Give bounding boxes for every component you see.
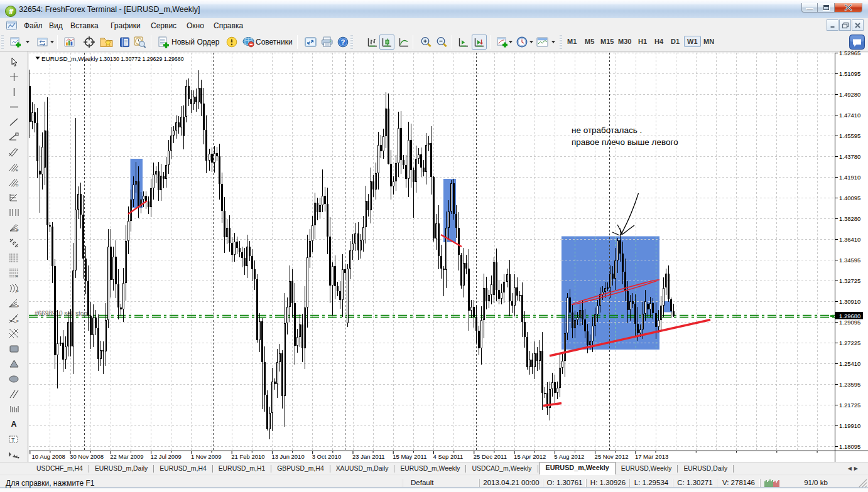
svg-text:15 Apr 2012: 15 Apr 2012	[514, 453, 546, 460]
svg-text:23 Jan 2011: 23 Jan 2011	[352, 453, 385, 460]
svg-text:15 May 2011: 15 May 2011	[393, 453, 426, 460]
svg-text:F: F	[17, 304, 19, 308]
svg-text:1.32725: 1.32725	[839, 277, 860, 284]
svg-text:1.38280: 1.38280	[839, 215, 860, 222]
svg-text:17 Mar 2013: 17 Mar 2013	[635, 453, 668, 460]
svg-text:EURUSD_m,Weekly: EURUSD_m,Weekly	[41, 55, 98, 62]
svg-text:1 Nov 2009: 1 Nov 2009	[191, 453, 222, 460]
svg-text:10 Aug 2008: 10 Aug 2008	[32, 453, 65, 460]
svg-text:1.29680: 1.29680	[839, 313, 860, 319]
svg-text:1.18095: 1.18095	[839, 443, 860, 450]
svg-text:1.45595: 1.45595	[839, 132, 860, 139]
svg-text:1.41910: 1.41910	[839, 174, 860, 181]
svg-text:#6698910 sell stop: #6698910 sell stop	[35, 310, 87, 317]
svg-text:4 Sep 2011: 4 Sep 2011	[433, 453, 464, 460]
svg-text:1.19910: 1.19910	[839, 422, 860, 429]
svg-text:1.25410: 1.25410	[839, 360, 860, 367]
svg-text:1.21725: 1.21725	[839, 402, 860, 409]
svg-text:3 Oct 2010: 3 Oct 2010	[312, 453, 341, 460]
svg-text:T: T	[11, 437, 15, 443]
svg-text:D: D	[16, 183, 19, 187]
svg-text:21 Feb 2010: 21 Feb 2010	[231, 453, 264, 460]
svg-text:1.29095: 1.29095	[839, 319, 860, 326]
svg-text:1.51095: 1.51095	[839, 70, 860, 77]
svg-text:13 Jun 2010: 13 Jun 2010	[271, 453, 304, 460]
svg-text:E: E	[16, 168, 18, 172]
svg-text:25 Nov 2012: 25 Nov 2012	[595, 453, 629, 460]
svg-text:12 Jul 2009: 12 Jul 2009	[151, 453, 182, 460]
svg-text:1.30130 1.30772 1.29629 1.2968: 1.30130 1.30772 1.29629 1.29680	[99, 56, 184, 62]
svg-text:30 Nov 2008: 30 Nov 2008	[70, 453, 104, 460]
svg-text:F: F	[16, 319, 19, 323]
svg-text:1.40095: 1.40095	[839, 195, 860, 201]
svg-text:1.27225: 1.27225	[839, 340, 860, 346]
svg-text:не отработалась .: не отработалась .	[572, 126, 642, 135]
svg-text:25 Dec 2011: 25 Dec 2011	[474, 453, 507, 460]
svg-text:1.43780: 1.43780	[839, 153, 860, 160]
svg-text:1.30910: 1.30910	[839, 298, 860, 305]
svg-text:1.23595: 1.23595	[839, 381, 860, 388]
svg-text:правое плечо выше левого: правое плечо выше левого	[572, 137, 678, 147]
svg-text:?: ?	[340, 38, 345, 46]
svg-text:F: F	[16, 228, 19, 232]
svg-text:5 Aug 2012: 5 Aug 2012	[554, 453, 584, 460]
svg-text:22 Mar 2009: 22 Mar 2009	[110, 453, 143, 460]
svg-text:F: F	[16, 289, 19, 293]
svg-text:1.36410: 1.36410	[839, 236, 860, 243]
svg-text:1.47410: 1.47410	[839, 112, 860, 119]
svg-text:1.49280: 1.49280	[839, 91, 860, 98]
svg-text:1.34595: 1.34595	[839, 257, 860, 264]
svg-text:F: F	[16, 274, 18, 278]
